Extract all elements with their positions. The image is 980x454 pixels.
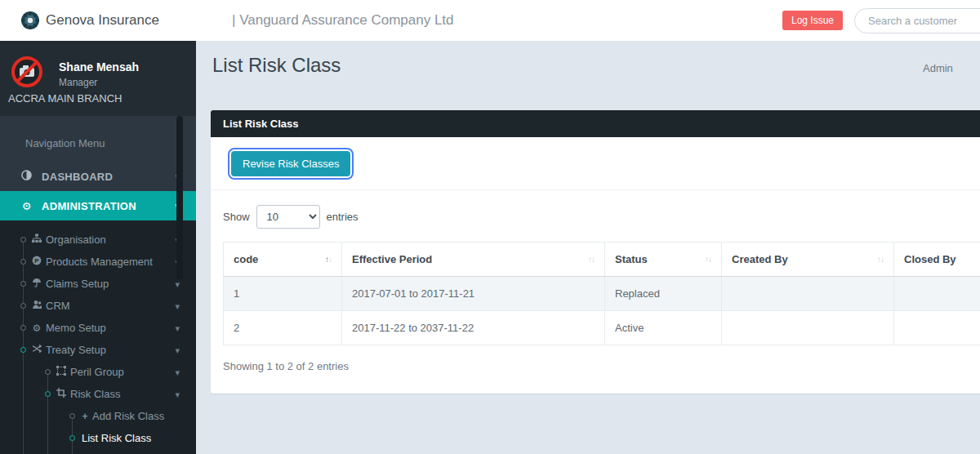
sidebar-item-memo-setup[interactable]: ⚙ Memo Setup ▾ (0, 317, 196, 339)
sort-icon: ↑↓ (877, 255, 884, 264)
object-group-icon (56, 366, 67, 378)
cell-status: Replaced (605, 277, 722, 311)
table-header-row: code ↑↓ Effective Period ↑↓ Status ↑↓ (224, 243, 980, 277)
umbrella-icon (31, 278, 42, 290)
sort-icon: ↑↓ (705, 255, 711, 264)
user-name: Shane Mensah (59, 60, 139, 73)
breadcrumb[interactable]: Admin (923, 62, 953, 74)
topbar: Genova Insurance | Vanguard Assurance Co… (0, 0, 980, 41)
sidebar-item-label: DASHBOARD (42, 171, 113, 183)
cell-created-by (722, 277, 894, 311)
gear-icon: ⚙ (31, 323, 42, 334)
panel-body: Revise Risk Classes Show 10 entries code (211, 137, 980, 394)
administration-submenu: Organisation ▾ P Products Management ▾ C… (0, 220, 196, 454)
sidebar-scrollbar-thumb[interactable] (176, 116, 183, 279)
svg-text:P: P (34, 257, 39, 265)
table-row[interactable]: 2 2017-11-22 to 2037-11-22 Active (224, 311, 980, 345)
log-issue-button[interactable]: Log Issue (782, 11, 843, 30)
sidebar-item-add-risk-class[interactable]: + Add Risk Class (0, 405, 196, 427)
cell-code: 2 (224, 311, 342, 345)
caret-down-icon: ▾ (175, 345, 180, 355)
sidebar-item-label: Treaty Setup (46, 344, 106, 356)
user-branch: ACCRA MAIN BRANCH (8, 92, 122, 105)
sidebar-item-label: Memo Setup (46, 322, 106, 334)
col-header-closed-by[interactable]: Closed By (894, 243, 980, 277)
cell-status: Active (605, 311, 722, 345)
sidebar-item-dashboard[interactable]: DASHBOARD ▾ (0, 162, 196, 191)
brand-logo-icon (20, 11, 40, 30)
gear-icon: ⚙ (20, 200, 33, 212)
sidebar-item-label: Claims Setup (46, 278, 109, 290)
bullet-icon (20, 347, 26, 353)
cell-code: 1 (224, 277, 342, 311)
crop-icon (56, 388, 67, 400)
brand-name: Genova Insurance (46, 12, 159, 29)
cell-closed-by (894, 311, 980, 345)
sidebar-item-label: Add Risk Class (92, 410, 164, 422)
risk-class-table: code ↑↓ Effective Period ↑↓ Status ↑↓ (223, 242, 980, 345)
sidebar-item-crm[interactable]: CRM ▾ (0, 295, 196, 317)
panel-header: List Risk Class (211, 110, 980, 137)
caret-down-icon: ▾ (175, 300, 180, 311)
table-row[interactable]: 1 2017-07-01 to 2017-11-21 Replaced (224, 277, 980, 311)
sidebar-item-label: Products Management (46, 256, 153, 268)
sitemap-icon (31, 234, 42, 246)
bullet-icon (69, 435, 75, 441)
sidebar-item-administration[interactable]: ⚙ ADMINISTRATION ▾ (0, 191, 196, 220)
sidebar-item-label: Risk Class (70, 388, 120, 400)
caret-down-icon: ▾ (175, 389, 180, 399)
product-icon: P (31, 256, 42, 268)
page-size-select[interactable]: 10 (256, 205, 320, 229)
sort-icon: ↑↓ (325, 255, 332, 264)
customer-search-input[interactable] (854, 8, 980, 33)
dashboard-adjust-icon (20, 170, 33, 183)
plus-icon: + (79, 411, 91, 422)
divider (211, 189, 980, 190)
company-name: | Vanguard Assurance Company Ltd (232, 0, 454, 41)
panel-title: List Risk Class (223, 118, 299, 130)
cell-effective-period: 2017-11-22 to 2037-11-22 (342, 311, 605, 345)
sidebar-item-label: List Risk Class (82, 432, 151, 444)
brand-area[interactable]: Genova Insurance (0, 0, 196, 41)
navigation-menu-label: Navigation Menu (0, 116, 196, 162)
bullet-icon (20, 325, 26, 331)
list-risk-class-panel: List Risk Class Revise Risk Classes Show… (211, 110, 980, 394)
bullet-icon (20, 259, 26, 265)
bullet-icon (20, 303, 26, 309)
sidebar-item-organisation[interactable]: Organisation ▾ (0, 229, 196, 251)
bullet-icon (20, 281, 26, 287)
sidebar-item-peril-group[interactable]: Peril Group ▾ (0, 361, 196, 383)
caret-down-icon: ▾ (175, 323, 180, 333)
no-photo-avatar-icon (11, 56, 43, 88)
revise-risk-classes-button[interactable]: Revise Risk Classes (231, 151, 350, 176)
col-header-status[interactable]: Status ↑↓ (605, 243, 722, 277)
entries-label: entries (327, 211, 359, 223)
cell-effective-period: 2017-07-01 to 2017-11-21 (342, 277, 605, 311)
show-label: Show (223, 211, 250, 223)
sidebar-item-products-management[interactable]: P Products Management ▾ (0, 251, 196, 273)
col-header-code[interactable]: code ↑↓ (224, 243, 342, 277)
content-header: List Risk Class Admin (196, 41, 980, 110)
sidebar-item-treaty-setup[interactable]: Treaty Setup ▾ (0, 339, 196, 361)
cell-closed-by (894, 277, 980, 311)
col-header-created-by[interactable]: Created By ↑↓ (722, 243, 894, 277)
users-icon (31, 300, 42, 312)
sidebar-item-label: Peril Group (70, 366, 124, 378)
page-size-control: Show 10 entries (223, 205, 980, 229)
main-content: List Risk Class Admin List Risk Class Re… (196, 41, 980, 454)
sidebar-item-list-risk-class[interactable]: List Risk Class (0, 427, 196, 449)
sidebar-item-risk-class[interactable]: Risk Class ▾ (0, 383, 196, 405)
user-panel: Shane Mensah Manager ACCRA MAIN BRANCH (0, 41, 196, 116)
page-title: List Risk Class (212, 54, 980, 77)
sidebar: Shane Mensah Manager ACCRA MAIN BRANCH N… (0, 41, 196, 454)
col-header-effective-period[interactable]: Effective Period ↑↓ (342, 243, 605, 277)
shuffle-icon (31, 344, 42, 356)
bullet-icon (69, 413, 75, 419)
caret-down-icon: ▾ (175, 278, 180, 289)
sort-icon: ↑↓ (588, 255, 595, 264)
sidebar-item-label: CRM (46, 300, 70, 312)
sidebar-item-label: ADMINISTRATION (42, 200, 136, 212)
user-role: Manager (59, 77, 97, 88)
sidebar-item-claims-setup[interactable]: Claims Setup ▾ (0, 273, 196, 295)
bullet-icon (20, 237, 26, 243)
